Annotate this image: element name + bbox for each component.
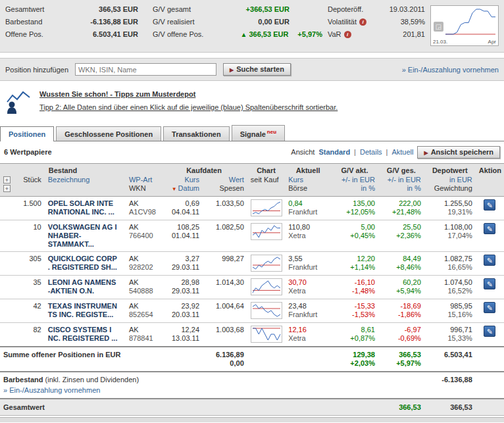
wp-art-cell: AK766400: [126, 220, 161, 251]
tab-geschlossene-positionen[interactable]: Geschlossene Positionen: [56, 126, 161, 141]
table-toolbar: 6 Wertpapiere Ansicht Standard| Details|…: [0, 141, 504, 163]
gv-gesamt-label: G/V gesamt: [153, 5, 224, 13]
position-name-link[interactable]: VOLKSWAGEN AG INHABER-STAMMAKT...: [45, 220, 126, 251]
sum-wert-cell: 6.136,89 0,00: [203, 347, 247, 372]
edit-position-button[interactable]: ✎: [484, 302, 495, 313]
new-badge: neu: [267, 129, 276, 135]
row-expand-cell: [0, 299, 12, 322]
payout-link-top[interactable]: » Ein-/Auszahlung vornehmen: [402, 66, 499, 74]
sort-gv-akt-eur[interactable]: +/- in EUR: [334, 176, 375, 184]
chart-xlabel-left: 21.03.: [433, 39, 447, 45]
gv-ges-cell: 25,50+2,36%: [378, 220, 424, 251]
view-details-link[interactable]: Details: [360, 148, 382, 156]
collapse-all-icon[interactable]: +: [3, 185, 11, 192]
tab-signale[interactable]: Signaleneu: [232, 125, 285, 141]
gv-ges-cell: 84,49+8,46%: [378, 251, 424, 275]
wkn-isin-search-input[interactable]: [75, 63, 216, 76]
sort-wp-art[interactable]: WP-Art: [129, 176, 157, 184]
current-price-cell: 23,48Frankfurt: [285, 299, 331, 322]
edit-position-button[interactable]: ✎: [484, 199, 495, 211]
view-standard-link[interactable]: Standard: [318, 148, 350, 156]
group-header-gv-ges: G/V ges.: [378, 163, 424, 175]
depot-value-cell: 1.255,5019,31%: [424, 196, 476, 220]
current-price-cell: 30,70Xetra: [285, 275, 331, 299]
edit-position-button[interactable]: ✎: [484, 255, 495, 266]
gesamtwert-value: 366,53 EUR: [66, 5, 138, 13]
save-view-button[interactable]: ▶Ansicht speichern: [417, 146, 500, 159]
sort-datum[interactable]: ▼Datum: [164, 184, 199, 193]
row-chart[interactable]: [247, 251, 286, 275]
buy-price-cell: 108,2501.04.11: [161, 220, 203, 251]
gv-ges-cell: -18,69-1,86%: [378, 299, 424, 322]
barbestand-row-value: -6.136,88: [424, 372, 476, 399]
sort-gv-akt-pct[interactable]: in %: [334, 184, 375, 193]
volatilitaet-value: 38,59%: [379, 18, 425, 26]
position-name-link[interactable]: QUICKLOGIC CORP. REGISTERED SH...: [45, 251, 126, 275]
sort-gv-ges-pct[interactable]: in %: [382, 184, 421, 193]
current-price-cell: 3,55Frankfurt: [285, 251, 331, 275]
sum-gv-ges-cell: 366,53 +5,97%: [378, 347, 424, 372]
view-aktuell-link[interactable]: Aktuell: [391, 148, 413, 156]
volatilitaet-info-icon[interactable]: i: [359, 18, 366, 26]
var-info-icon[interactable]: i: [344, 31, 351, 38]
add-position-bar: Position hinzufügen ▶Suche starten » Ein…: [0, 58, 504, 81]
sort-depot-eur[interactable]: in EUR: [428, 176, 472, 184]
table-row: 35LEONI AG NAMENS-AKTIEN O.N.AK54088828,…: [0, 275, 504, 299]
group-header-chart: Chart: [247, 163, 286, 175]
row-chart[interactable]: [247, 299, 286, 322]
buy-value-cell: 998,27: [203, 251, 247, 275]
current-price-cell: 12,16Xetra: [285, 322, 331, 347]
tab-positionen[interactable]: Positionen: [0, 126, 54, 141]
edit-position-button[interactable]: ✎: [484, 278, 495, 289]
group-header-aktuell: Aktuell: [285, 163, 331, 175]
barbestand-label: Barbestand: [5, 18, 66, 26]
table-row: 1.500OPEL SOLAR INTERNATIONAL INC. ...AK…: [0, 196, 504, 220]
tab-bar: Positionen Geschlossene Positionen Trans…: [0, 123, 504, 141]
wp-art-cell: AK928202: [126, 251, 161, 275]
chart-zoom-icon[interactable]: ◲: [434, 22, 443, 32]
row-chart[interactable]: [247, 196, 286, 220]
gesamtwert-gv-value: 366,53: [378, 399, 424, 416]
up-arrow-icon: ▲: [241, 31, 247, 38]
row-chart[interactable]: [247, 220, 286, 251]
position-name-link[interactable]: CISCO SYSTEMS INC. REGISTERED ...: [45, 322, 126, 347]
position-name-link[interactable]: LEONI AG NAMENS-AKTIEN O.N.: [45, 275, 126, 299]
row-chart[interactable]: [247, 322, 286, 347]
buy-value-cell: 1.033,50: [203, 196, 247, 220]
expand-all-icon[interactable]: +: [3, 176, 11, 184]
sort-bezeichnung[interactable]: Bezeichnung: [48, 176, 122, 184]
summary-gv-column: G/V gesamt+366,53 EUR G/V realisiert0,00…: [143, 5, 322, 38]
shares-cell: 42: [12, 299, 44, 322]
tip-title-link[interactable]: Wussten Sie schon! - Tipps zum Musterdep…: [39, 90, 195, 98]
row-action-cell: ✎: [476, 251, 504, 275]
sort-kurs[interactable]: Kurs: [164, 176, 199, 184]
expand-column-header: + +: [0, 175, 12, 197]
row-action-cell: ✎: [476, 275, 504, 299]
sort-wert[interactable]: Wert: [206, 176, 244, 184]
tab-transaktionen[interactable]: Transaktionen: [163, 126, 230, 141]
sort-gv-ges-eur[interactable]: +/- in EUR: [382, 176, 421, 184]
gv-gesamt-value: +366,53 EUR: [224, 5, 290, 13]
edit-position-button[interactable]: ✎: [484, 326, 495, 337]
sum-open-positions-row: Summe offener Positionen in EUR 6.136,89…: [0, 347, 504, 372]
payout-link-bottom[interactable]: » Ein-/Auszahlung vornehmen: [3, 386, 100, 394]
depot-value-cell: 1.108,0017,04%: [424, 220, 476, 251]
sort-aktuell-kurs[interactable]: Kurs: [288, 176, 328, 184]
row-expand-cell: [0, 251, 12, 275]
current-price-cell: 110,80Xetra: [285, 220, 331, 251]
depot-mini-chart[interactable]: ◲ 21.03. Apr: [430, 5, 499, 46]
row-expand-cell: [0, 196, 12, 220]
start-search-button[interactable]: ▶Suche starten: [223, 63, 291, 76]
position-name-link[interactable]: OPEL SOLAR INTERNATIONAL INC. ...: [45, 196, 126, 220]
row-chart[interactable]: [247, 275, 286, 299]
bottom-bar: [0, 417, 504, 422]
summary-stats-column: Depoteröff.19.03.2011 Volatilitäti38,59%…: [322, 5, 425, 38]
edit-position-button[interactable]: ✎: [484, 223, 495, 234]
volatilitaet-label: Volatilität: [328, 18, 357, 26]
gv-akt-cell: 135,00+12,05%: [331, 196, 378, 220]
tip-panel: Wussten Sie schon! - Tipps zum Musterdep…: [0, 81, 504, 123]
sort-down-icon: ▼: [172, 186, 177, 192]
gesamtwert-row: Gesamtwert 366,53 366,53: [0, 399, 504, 416]
gv-realisiert-label: G/V realisiert: [153, 18, 224, 26]
position-name-link[interactable]: TEXAS INSTRUMENTS INC. REGISTE...: [45, 299, 126, 322]
